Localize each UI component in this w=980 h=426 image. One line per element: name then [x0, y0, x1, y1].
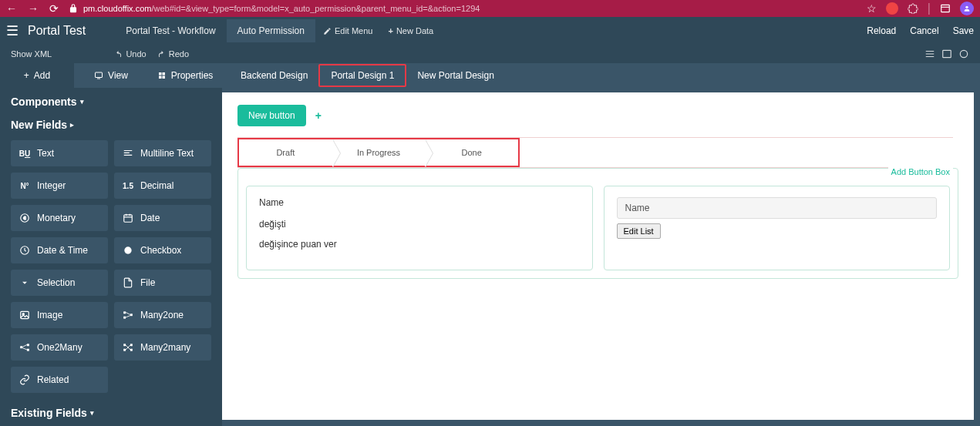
nav-new-data[interactable]: + New Data	[380, 19, 441, 42]
left-card-item-1: değişti	[259, 219, 580, 230]
nav-edit-menu[interactable]: Edit Menu	[315, 19, 381, 42]
redo-button[interactable]: Redo	[157, 49, 189, 59]
hamburger-icon[interactable]: ☰	[6, 22, 19, 39]
calendar-icon	[122, 213, 134, 223]
decimal-icon: 1.5	[122, 182, 134, 190]
add-button-icon[interactable]: +	[315, 109, 322, 122]
forward-icon[interactable]: →	[28, 2, 39, 15]
field-file[interactable]: File	[114, 270, 211, 296]
checkbox-icon	[122, 245, 134, 256]
status-draft[interactable]: Draft	[239, 139, 332, 166]
status-in-progress-label: In Progress	[357, 148, 400, 157]
components-section[interactable]: Components ▾	[0, 88, 222, 111]
undo-button[interactable]: Undo	[114, 49, 146, 59]
field-monetary[interactable]: € Monetary	[11, 205, 108, 231]
sidebar: + Add View Properties Components ▾ New F…	[0, 63, 222, 426]
extensions-icon[interactable]	[908, 3, 918, 14]
save-button[interactable]: Save	[953, 25, 974, 36]
status-in-progress[interactable]: In Progress	[332, 139, 426, 166]
caret-right-icon: ▸	[70, 121, 74, 129]
profile-avatar-icon[interactable]	[960, 2, 974, 15]
status-done-label: Done	[462, 148, 482, 157]
svg-point-2	[965, 6, 968, 8]
svg-rect-31	[123, 344, 126, 346]
svg-line-25	[126, 316, 130, 317]
tab-backend-design[interactable]: Backend Design	[230, 65, 318, 86]
reload-icon[interactable]: ⟳	[49, 2, 59, 15]
new-button[interactable]: New button	[237, 105, 306, 126]
svg-rect-26	[20, 346, 22, 348]
right-card[interactable]: Name Edit List	[604, 186, 951, 270]
field-many2many[interactable]: Many2many	[114, 334, 211, 361]
show-xml-button[interactable]: Show XML	[11, 49, 52, 59]
reload-button[interactable]: Reload	[867, 25, 896, 36]
form-view-icon[interactable]	[941, 49, 952, 59]
svg-rect-33	[130, 344, 133, 346]
svg-rect-23	[130, 314, 133, 316]
sidebar-tabs: + Add View Properties	[0, 63, 222, 88]
left-card-item-2: değişince puan ver	[259, 239, 580, 250]
svg-line-30	[22, 348, 27, 350]
bookmark-icon[interactable]: ☆	[867, 2, 877, 15]
field-date-label: Date	[140, 213, 160, 223]
lock-icon	[68, 3, 79, 14]
existing-fields-section[interactable]: Existing Fields ▾	[0, 399, 222, 422]
field-integer[interactable]: N° Integer	[11, 173, 108, 199]
left-card[interactable]: Name değişti değişince puan ver	[246, 186, 593, 270]
multiline-icon	[122, 148, 134, 159]
field-one2many[interactable]: One2Many	[11, 334, 108, 361]
many2one-icon	[122, 310, 134, 320]
browser-right-icons: ☆ |	[867, 2, 974, 15]
tab-properties-label: Properties	[171, 70, 214, 81]
field-many2one[interactable]: Many2one	[114, 302, 211, 328]
pencil-icon	[323, 27, 332, 35]
content-area: Backend Design Portal Design 1 New Porta…	[222, 63, 980, 426]
list-view-icon[interactable]	[924, 49, 935, 59]
tab-portal-design-1[interactable]: Portal Design 1	[318, 64, 406, 87]
field-multiline[interactable]: Multiline Text	[114, 140, 211, 166]
nav-arrows: ← → ⟳	[6, 2, 59, 15]
tab-new-portal-design[interactable]: New Portal Design	[406, 65, 504, 86]
url-bar[interactable]: pm.cloudoffix.com/web#id=&view_type=form…	[68, 3, 857, 14]
extension-badge-icon[interactable]	[886, 2, 898, 15]
nav-auto-permission[interactable]: Auto Permission	[227, 19, 315, 42]
many2many-icon	[122, 342, 134, 353]
cancel-button[interactable]: Cancel	[910, 25, 938, 36]
field-many2one-label: Many2one	[140, 310, 184, 320]
sidebar-tab-properties[interactable]: Properties	[148, 63, 222, 88]
edit-menu-label: Edit Menu	[335, 26, 373, 35]
app-title: Portal Test	[28, 24, 86, 38]
field-checkbox[interactable]: Checkbox	[114, 237, 211, 263]
field-grid: BU Text Multiline Text N° Integer 1.5 De…	[0, 134, 222, 399]
add-button-box-link[interactable]: Add Button Box	[888, 167, 953, 176]
new-fields-title: New Fields	[11, 119, 67, 131]
field-date[interactable]: Date	[114, 205, 211, 231]
svg-point-18	[124, 247, 131, 253]
status-done[interactable]: Done	[425, 139, 518, 166]
field-text[interactable]: BU Text	[11, 140, 108, 166]
field-decimal[interactable]: 1.5 Decimal	[114, 173, 211, 199]
field-related[interactable]: Related	[11, 367, 108, 393]
field-datetime[interactable]: Date & Time	[11, 237, 108, 263]
new-fields-section[interactable]: New Fields ▸	[0, 111, 222, 134]
back-icon[interactable]: ←	[6, 2, 17, 15]
sidebar-tab-view[interactable]: View	[74, 63, 148, 88]
field-monetary-label: Monetary	[37, 213, 76, 223]
nav-workflow[interactable]: Portal Test - Workflow	[115, 19, 226, 42]
cards-row: Name değişti değişince puan ver Name Edi…	[246, 186, 950, 270]
svg-rect-5	[96, 72, 103, 78]
field-file-label: File	[140, 277, 155, 288]
main-layout: + Add View Properties Components ▾ New F…	[0, 63, 980, 426]
sidebar-tab-add[interactable]: + Add	[0, 63, 74, 88]
field-integer-label: Integer	[37, 180, 66, 191]
status-draft-label: Draft	[276, 148, 295, 157]
svg-rect-28	[27, 349, 29, 351]
chevron-down-icon	[19, 277, 31, 288]
button-row: New button +	[237, 105, 958, 126]
edit-list-button[interactable]: Edit List	[617, 223, 661, 239]
window-icon[interactable]	[940, 3, 951, 14]
field-selection[interactable]: Selection	[11, 270, 108, 296]
other-view-icon[interactable]	[958, 49, 969, 59]
field-image[interactable]: Image	[11, 302, 108, 328]
svg-rect-9	[159, 76, 162, 79]
